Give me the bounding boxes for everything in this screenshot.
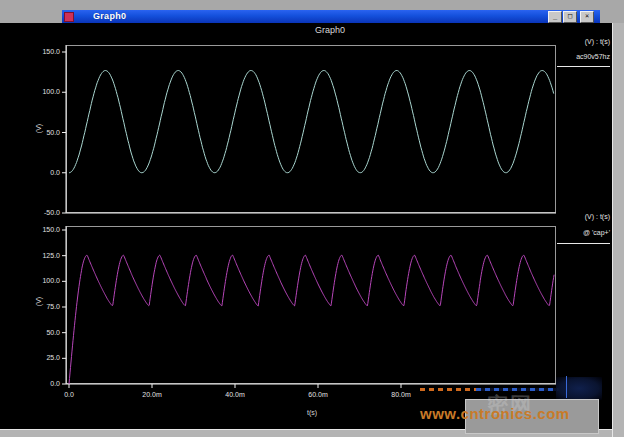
bottom-y-tick: 100.0 — [30, 277, 60, 285]
bottom-y-tick: 25.0 — [30, 354, 60, 362]
artifact-blue-line — [566, 376, 567, 398]
x-tick: 80.0m — [379, 391, 423, 399]
top-legend-trace-label[interactable]: ac90v57hz — [552, 52, 610, 61]
artifact-blue-blob — [556, 377, 602, 400]
x-tick: 20.0m — [130, 391, 174, 399]
top-y-tick: 50.0 — [30, 129, 60, 137]
top-legend-axis-label: (V) : t(s) — [552, 37, 610, 46]
top-y-tick: -50.0 — [30, 209, 60, 217]
bottom-y-tick: 150.0 — [30, 226, 60, 234]
bottom-legend-axis-label: (V) : t(s) — [552, 212, 610, 221]
top-y-tick: 150.0 — [30, 48, 60, 56]
top-y-tick: 100.0 — [30, 88, 60, 96]
grapher-window: Graph0 _ □ × Graph0 (V) (V) t(s) 150.010… — [0, 0, 624, 437]
bottom-legend-trace-label[interactable]: @ 'cap+' — [552, 228, 610, 237]
top-y-tick: 0.0 — [30, 169, 60, 177]
x-tick: 60.0m — [296, 391, 340, 399]
x-axis-title: t(s) — [292, 409, 332, 416]
artifact-dash-strip-orange — [420, 388, 476, 391]
bottom-y-tick: 125.0 — [30, 252, 60, 260]
bottom-y-tick: 0.0 — [30, 380, 60, 388]
x-tick: 0.0 — [47, 391, 91, 399]
top-trace[interactable] — [69, 71, 554, 173]
waveform-layer — [0, 0, 624, 437]
bottom-y-tick: 50.0 — [30, 329, 60, 337]
bottom-legend-divider — [557, 243, 610, 244]
top-legend-divider — [557, 66, 610, 67]
bottom-trace[interactable] — [69, 255, 554, 384]
bottom-y-tick: 75.0 — [30, 303, 60, 311]
x-tick: 40.0m — [213, 391, 257, 399]
watermark-url: www.cntronics.com — [420, 405, 620, 422]
